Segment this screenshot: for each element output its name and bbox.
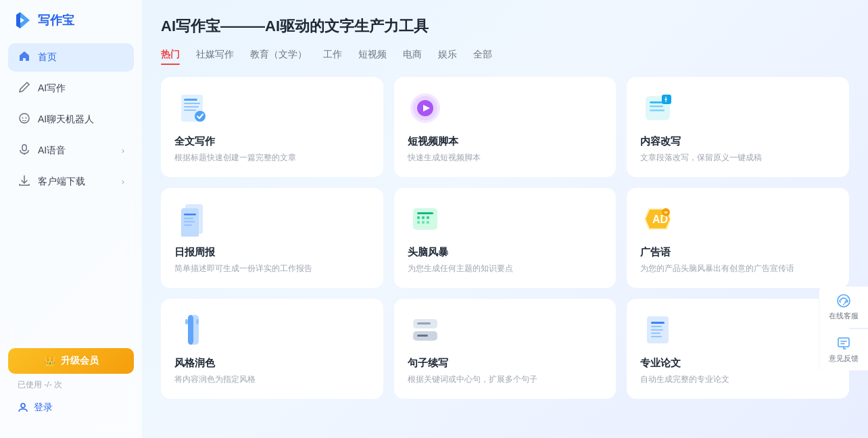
svg-point-7 [21, 404, 25, 408]
card-brainstorm[interactable]: 头脑风暴 为您生成任何主题的知识要点 [394, 188, 617, 288]
login-button[interactable]: 登录 [8, 396, 134, 419]
robot-icon [18, 112, 31, 127]
main-content: AI写作宝———AI驱动的文字生产力工具 热门 社媒写作 教育（文学） 工作 短… [142, 0, 868, 438]
svg-rect-33 [417, 216, 420, 219]
logo-icon [14, 11, 32, 30]
tab-ecommerce[interactable]: 电商 [403, 49, 422, 64]
page-title: AI写作宝———AI驱动的文字生产力工具 [161, 16, 849, 36]
svg-rect-52 [651, 322, 665, 324]
card-thesis-desc: 自动生成完整的专业论文 [640, 373, 836, 385]
card-short-video-script[interactable]: 短视频脚本 快速生成短视频脚本 [394, 77, 617, 177]
svg-rect-32 [417, 212, 433, 214]
svg-rect-28 [184, 218, 193, 219]
brainstorm-icon [408, 201, 443, 237]
svg-point-13 [195, 111, 206, 122]
card-style-polish[interactable]: 风格润色 将内容润色为指定风格 [161, 299, 383, 399]
card-daily-report-title: 日报周报 [174, 246, 370, 259]
card-content-rewrite-title: 内容改写 [640, 135, 836, 148]
sidebar-item-ai-chat-label: AI聊天机器人 [38, 114, 94, 126]
svg-point-58 [843, 304, 844, 306]
sidebar-item-download[interactable]: 客户端下载 › [8, 168, 134, 196]
svg-rect-59 [838, 338, 849, 347]
card-short-video-title: 短视频脚本 [408, 135, 603, 148]
svg-point-2 [26, 118, 27, 119]
tab-social[interactable]: 社媒写作 [196, 49, 234, 64]
cards-grid: 全文写作 根据标题快速创建一篇完整的文章 短视频脚本 快速生成短视频脚本 [161, 77, 849, 399]
home-icon [18, 50, 31, 65]
card-full-writing[interactable]: 全文写作 根据标题快速创建一篇完整的文章 [161, 77, 383, 177]
svg-rect-9 [184, 99, 197, 101]
svg-rect-36 [417, 221, 420, 224]
svg-rect-44 [188, 315, 193, 345]
content-rewrite-icon [640, 91, 675, 126]
svg-rect-54 [651, 329, 663, 331]
svg-rect-34 [422, 216, 425, 219]
card-thesis-title: 专业论文 [640, 357, 836, 370]
sidebar-item-home[interactable]: 首页 [8, 43, 134, 72]
card-ad-copy-desc: 为您的产品头脑风暴出有创意的广告宣传语 [640, 262, 836, 274]
tab-all[interactable]: 全部 [473, 49, 492, 64]
svg-point-1 [22, 118, 24, 119]
card-content-rewrite-desc: 文章段落改写，保留原义一键成稿 [640, 151, 836, 164]
upgrade-button[interactable]: 👑 升级会员 [8, 348, 134, 374]
nav-items: 首页 AI写作 AI聊天机器人 [0, 43, 142, 340]
sidebar-item-ai-voice-label: AI语音 [38, 145, 66, 157]
sidebar-item-ai-chat[interactable]: AI聊天机器人 [8, 105, 134, 134]
svg-rect-38 [427, 221, 429, 224]
svg-rect-21 [650, 110, 665, 112]
voice-icon [18, 143, 31, 158]
card-ad-copy[interactable]: AD 广告语 为您的产品头脑风暴出有创意的广告宣传语 [627, 188, 849, 288]
svg-rect-37 [422, 221, 425, 224]
svg-rect-3 [22, 145, 26, 151]
card-thesis[interactable]: 专业论文 自动生成完整的专业论文 [627, 299, 849, 399]
sidebar-item-ai-write[interactable]: AI写作 [8, 74, 134, 103]
card-style-polish-title: 风格润色 [174, 357, 370, 370]
sidebar-item-ai-write-label: AI写作 [38, 82, 66, 95]
style-polish-icon [174, 312, 210, 347]
chevron-right-icon-2: › [122, 177, 124, 187]
svg-rect-48 [417, 322, 431, 324]
feedback-button[interactable]: 意见反馈 [819, 329, 868, 370]
svg-rect-53 [651, 326, 662, 327]
svg-rect-46 [196, 319, 199, 324]
svg-rect-27 [184, 214, 196, 216]
card-brainstorm-title: 头脑风暴 [408, 246, 603, 259]
customer-service-button[interactable]: 在线客服 [819, 287, 868, 328]
card-full-writing-title: 全文写作 [174, 135, 370, 148]
daily-report-icon [174, 201, 210, 237]
card-continue-writing[interactable]: 句子续写 根据关键词或中心句，扩展多个句子 [394, 299, 617, 399]
svg-rect-12 [184, 110, 196, 111]
card-ad-copy-title: 广告语 [640, 246, 836, 259]
svg-rect-31 [413, 208, 437, 230]
tab-short-video[interactable]: 短视频 [358, 49, 387, 64]
sidebar-item-download-label: 客户端下载 [38, 176, 85, 188]
feedback-icon [836, 336, 851, 351]
tab-hot[interactable]: 热门 [161, 49, 180, 64]
card-style-polish-desc: 将内容润色为指定风格 [174, 373, 370, 385]
sidebar-bottom: 👑 升级会员 已使用 -/- 次 登录 [0, 340, 142, 427]
tab-entertainment[interactable]: 娱乐 [438, 49, 457, 64]
feedback-label: 意见反馈 [829, 354, 859, 364]
thesis-icon [640, 312, 675, 347]
card-daily-report-desc: 简单描述即可生成一份详实的工作报告 [174, 262, 370, 274]
tab-education[interactable]: 教育（文学） [250, 49, 307, 64]
continue-writing-icon [408, 312, 443, 347]
crown-icon: 👑 [44, 356, 55, 366]
card-short-video-desc: 快速生成短视频脚本 [408, 151, 603, 164]
svg-rect-29 [184, 221, 195, 222]
card-daily-report[interactable]: 日报周报 简单描述即可生成一份详实的工作报告 [161, 188, 383, 288]
pen-icon [18, 81, 31, 96]
download-icon [18, 174, 31, 189]
sidebar-item-ai-voice[interactable]: AI语音 › [8, 137, 134, 165]
svg-point-0 [20, 114, 29, 123]
tab-work[interactable]: 工作 [323, 49, 342, 64]
svg-rect-50 [417, 335, 428, 337]
usage-text: 已使用 -/- 次 [8, 374, 134, 396]
svg-rect-11 [184, 106, 199, 107]
svg-rect-30 [184, 224, 192, 226]
card-content-rewrite[interactable]: 内容改写 文章段落改写，保留原义一键成稿 [627, 77, 849, 177]
svg-rect-45 [185, 319, 188, 324]
user-icon [18, 402, 28, 413]
svg-rect-56 [651, 336, 662, 337]
floating-buttons: 在线客服 意见反馈 [819, 287, 868, 370]
